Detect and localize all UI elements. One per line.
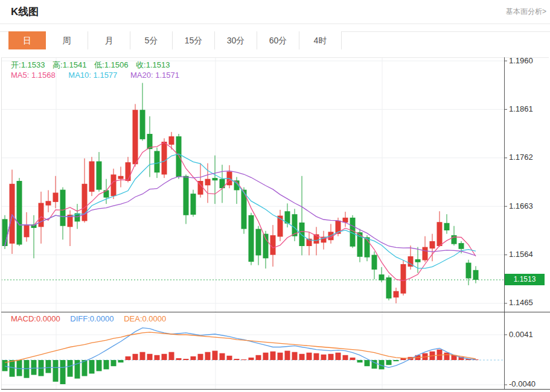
macd-bar (97, 360, 102, 371)
macd-bar (68, 360, 73, 377)
diff-readout: DIFF:0.0000 (70, 314, 114, 323)
macd-bar (198, 354, 203, 360)
macd-axis-label-min: -0.0040 (509, 379, 536, 388)
candle-body (213, 178, 218, 180)
dea-line (5, 332, 476, 362)
candle-body (17, 181, 22, 245)
candle-body (162, 142, 167, 174)
macd-bar (357, 360, 363, 362)
macd-bar (191, 356, 196, 360)
candle-body (466, 263, 472, 279)
macd-bar (256, 355, 261, 360)
candle-body (10, 184, 15, 244)
macd-bar (285, 351, 290, 360)
price-axis-label: 1.1960 (509, 56, 533, 65)
macd-bar (89, 360, 95, 374)
candle-body (256, 229, 261, 256)
candle-body (191, 194, 196, 215)
macd-bar (205, 352, 211, 360)
macd-bar (82, 360, 88, 376)
macd-bar (241, 359, 247, 360)
candle-body (372, 255, 377, 270)
macd-bar (444, 353, 450, 360)
price-axis-label: 1.1465 (509, 298, 533, 307)
macd-bar (213, 351, 218, 360)
macd-bar (169, 352, 174, 360)
macd-bar (394, 360, 399, 361)
macd-bar (46, 360, 51, 373)
candle-body (155, 151, 160, 172)
macd-bar (60, 360, 66, 384)
macd-bar (292, 352, 298, 360)
macd-bar (278, 353, 283, 360)
macd-bar (336, 353, 341, 360)
candle-body (53, 193, 59, 202)
price-axis-label: 1.1762 (509, 153, 533, 162)
macd-bar (118, 360, 124, 362)
high-readout: 高:1.1541 (53, 60, 86, 69)
candle-body (39, 203, 44, 227)
candle-body (379, 274, 385, 280)
price-axis-label: 1.1663 (509, 201, 533, 210)
candle-body (386, 277, 392, 299)
macd-bar (104, 360, 109, 369)
candle-body (169, 136, 174, 145)
candle-body (415, 259, 421, 262)
macd-bar (10, 360, 15, 377)
candle-body (97, 162, 102, 190)
low-readout: 低:1.1506 (94, 60, 128, 69)
ma5-line (5, 142, 476, 280)
ma10-readout: MA10: 1.1577 (68, 71, 117, 80)
kline-widget: K线图 基本面分析> 日 周 月 5分 15分 30分 60分 4时 开:1.1… (0, 0, 550, 392)
macd-bar (328, 354, 334, 360)
ohlc-legend: 开:1.1533 高:1.1541 低:1.1506 收:1.1513 (11, 60, 175, 71)
close-readout: 收:1.1513 (136, 60, 170, 69)
macd-bar (227, 356, 232, 360)
candle-body (205, 179, 211, 186)
macd-bar (263, 353, 269, 360)
ma-legend: MA5: 1.1568 MA10: 1.1577 MA20: 1.1571 (11, 71, 190, 80)
price-axis-label: 1.1564 (509, 250, 533, 259)
macd-bar (249, 358, 254, 360)
candle-body (126, 162, 131, 181)
macd-bar (31, 360, 37, 375)
candle-body (89, 162, 95, 192)
macd-bar (155, 355, 160, 360)
macd-legend: MACD:0.0000 DIFF:0.0000 DEA:0.0000 (11, 314, 174, 323)
dea-readout: DEA:0.0000 (124, 314, 166, 323)
macd-bar (126, 356, 131, 360)
macd-bar (2, 360, 8, 371)
candle-body (46, 201, 51, 205)
candle-body (430, 241, 435, 248)
candle-body (24, 224, 30, 237)
macd-bar (140, 352, 145, 360)
macd-bar (162, 354, 167, 360)
candle-body (176, 136, 182, 177)
macd-bar (111, 360, 117, 366)
macd-bar (386, 360, 392, 365)
macd-bar (299, 354, 305, 360)
ma20-readout: MA20: 1.1571 (130, 71, 179, 80)
candle-body (299, 223, 305, 246)
macd-bar (184, 359, 189, 360)
macd-bar (307, 353, 312, 360)
candle-body (444, 223, 450, 230)
ma20-line (5, 171, 476, 256)
macd-bar (53, 360, 59, 382)
candle-body (2, 219, 8, 246)
candle-body (423, 247, 428, 261)
last-price-badge: 1.1513 (505, 274, 545, 285)
kline-chart-canvas[interactable] (0, 0, 550, 392)
candle-body (118, 176, 124, 179)
macd-bar (350, 358, 356, 360)
candle-body (459, 243, 464, 249)
candle-body (111, 174, 117, 196)
ma10-line (5, 154, 476, 268)
candle-body (82, 184, 88, 221)
candle-body (401, 264, 406, 294)
candle-body (133, 110, 138, 164)
macd-bar (321, 355, 327, 360)
macd-bar (133, 354, 138, 360)
macd-bar (176, 358, 182, 360)
candle-body (473, 270, 479, 280)
